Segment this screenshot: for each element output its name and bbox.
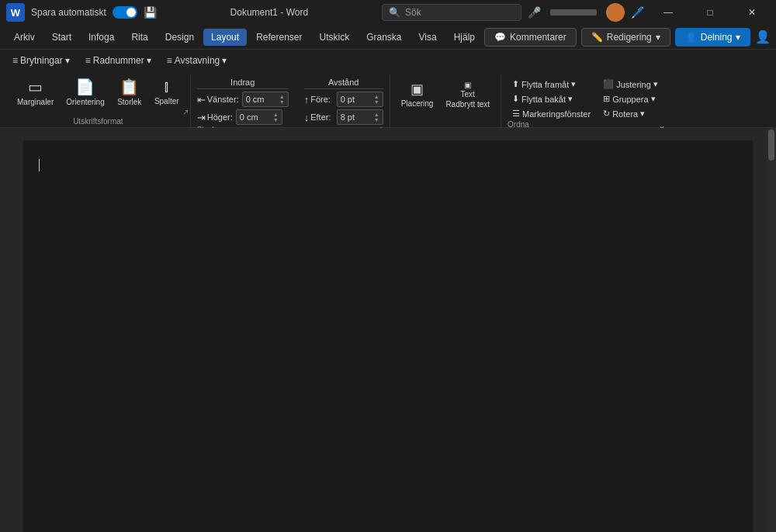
menu-rita[interactable]: Rita bbox=[123, 29, 155, 46]
fore-input[interactable]: 0 pt ▲ ▼ bbox=[337, 92, 383, 107]
document-page[interactable] bbox=[23, 140, 753, 532]
menu-utskick[interactable]: Utskick bbox=[312, 29, 358, 46]
save-icon[interactable]: 💾 bbox=[144, 6, 157, 19]
hoger-arrows[interactable]: ▲ ▼ bbox=[273, 112, 279, 123]
redigering-button[interactable]: ✏️ Redigering ▾ bbox=[581, 28, 670, 47]
avstavning-icon: ≡ bbox=[167, 55, 172, 66]
justering-button[interactable]: ⬛ Justering ▾ bbox=[598, 78, 663, 91]
orientering-label: Orientering bbox=[66, 98, 104, 106]
vanster-input[interactable]: 0 cm ▲ ▼ bbox=[242, 92, 289, 107]
vanster-indent-icon: ⇤ bbox=[197, 94, 206, 105]
menu-visa[interactable]: Visa bbox=[411, 29, 445, 46]
text-cursor bbox=[39, 159, 40, 171]
utskriftsformat-content: ▭ Marginaler 📄 Orientering 📋 Storlek ⫿ S… bbox=[12, 74, 184, 117]
efter-label-row: ↓ Efter: bbox=[304, 112, 334, 123]
pen-icon[interactable]: 🖊️ bbox=[631, 6, 644, 19]
radbrytt-label: Radbrytt text bbox=[445, 100, 490, 109]
rotera-button[interactable]: ↻ Rotera ▾ bbox=[598, 107, 663, 120]
orientering-button[interactable]: 📄 Orientering bbox=[61, 74, 109, 109]
rotera-chevron: ▾ bbox=[640, 109, 645, 119]
place-content: ▣ Placering ▣ Text Radbrytt text bbox=[397, 74, 494, 126]
menu-referenser[interactable]: Referenser bbox=[248, 29, 310, 46]
marginaler-button[interactable]: ▭ Marginaler bbox=[12, 74, 58, 109]
maximize-button[interactable]: □ bbox=[692, 0, 728, 25]
radbrytt-button[interactable]: ▣ Text Radbrytt text bbox=[441, 78, 494, 112]
vertical-scrollbar-thumb[interactable] bbox=[768, 130, 774, 161]
menu-layout[interactable]: Layout bbox=[203, 29, 247, 46]
brytningar-button[interactable]: ≡ Brytningar ▾ bbox=[6, 53, 76, 68]
spalter-button[interactable]: ⫿ Spalter bbox=[150, 74, 184, 109]
pen-redigering-icon: ✏️ bbox=[591, 32, 603, 43]
mic-icon[interactable]: 🎤 bbox=[528, 6, 541, 19]
close-button[interactable]: ✕ bbox=[734, 0, 770, 25]
flytta-bakat-button[interactable]: ⬇ Flytta bakåt ▾ bbox=[508, 92, 595, 105]
fore-down-arrow[interactable]: ▼ bbox=[374, 99, 379, 105]
word-icon: W bbox=[6, 3, 25, 22]
hoger-row: ⇥ Höger: 0 cm ▲ ▼ bbox=[197, 109, 289, 125]
avatar[interactable] bbox=[606, 3, 625, 22]
fore-label: Före: bbox=[310, 95, 331, 104]
menu-right-actions: 💬 Kommentarer ✏️ Redigering ▾ 👤 Delning … bbox=[484, 28, 771, 47]
efter-input[interactable]: 8 pt ▲ ▼ bbox=[337, 109, 383, 125]
ordna-col2: ⬛ Justering ▾ ⊞ Gruppera ▾ ↻ Rotera ▾ bbox=[598, 78, 663, 120]
auto-save-toggle[interactable] bbox=[113, 6, 137, 19]
flytta-bakat-chevron: ▾ bbox=[568, 94, 573, 104]
menu-hjalp[interactable]: Hjälp bbox=[446, 29, 483, 46]
hoger-down-arrow[interactable]: ▼ bbox=[273, 117, 279, 123]
gruppera-button[interactable]: ⊞ Gruppera ▾ bbox=[598, 92, 663, 105]
storlek-icon: 📋 bbox=[120, 78, 139, 96]
vertical-scrollbar[interactable] bbox=[767, 128, 776, 532]
placering-button[interactable]: ▣ Placering bbox=[397, 78, 438, 111]
minimize-button[interactable]: — bbox=[650, 0, 686, 25]
search-box[interactable]: 🔍 Sök bbox=[382, 4, 521, 21]
avstavning-label: Avstavning bbox=[175, 55, 220, 66]
gruppera-label: Gruppera bbox=[612, 95, 648, 104]
orientering-icon: 📄 bbox=[75, 78, 95, 96]
fore-up-arrow[interactable]: ▲ bbox=[374, 94, 379, 99]
hoger-up-arrow[interactable]: ▲ bbox=[273, 112, 279, 117]
fore-arrows[interactable]: ▲ ▼ bbox=[374, 94, 379, 105]
efter-row: ↓ Efter: 8 pt ▲ ▼ bbox=[304, 109, 383, 125]
radnummer-icon: ≡ bbox=[85, 55, 91, 66]
efter-spacing-icon: ↓ bbox=[304, 112, 310, 123]
ribbon-row2: ▭ Marginaler 📄 Orientering 📋 Storlek ⫿ S… bbox=[0, 71, 776, 127]
flytta-framat-button[interactable]: ⬆ Flytta framåt ▾ bbox=[508, 78, 595, 91]
avstavning-chevron: ▾ bbox=[222, 55, 227, 66]
menu-infoga[interactable]: Infoga bbox=[81, 29, 122, 46]
rotera-label: Rotera bbox=[612, 109, 638, 119]
menu-arkiv[interactable]: Arkiv bbox=[6, 29, 43, 46]
vanster-down-arrow[interactable]: ▼ bbox=[279, 99, 285, 105]
menu-start[interactable]: Start bbox=[44, 29, 79, 46]
hoger-input[interactable]: 0 cm ▲ ▼ bbox=[236, 109, 282, 125]
menu-design[interactable]: Design bbox=[158, 29, 202, 46]
storlek-button[interactable]: 📋 Storlek bbox=[113, 74, 147, 109]
avstand-label: Avstånd bbox=[304, 78, 383, 89]
delning-label: Delning bbox=[701, 32, 733, 43]
menu-granska[interactable]: Granska bbox=[359, 29, 409, 46]
justering-chevron: ▾ bbox=[653, 79, 658, 89]
utskriftsformat-corner-icon[interactable]: ↗ bbox=[182, 108, 189, 116]
markeringsfönster-button[interactable]: ☰ Markeringsfönster bbox=[508, 107, 595, 120]
efter-up-arrow[interactable]: ▲ bbox=[374, 112, 379, 117]
hoger-value: 0 cm bbox=[240, 112, 258, 122]
placering-icon: ▣ bbox=[411, 81, 424, 98]
ribbon: ≡ Brytningar ▾ ≡ Radnummer ▾ ≡ Avstavnin… bbox=[0, 50, 776, 128]
radbrytt-icon: ▣ Text bbox=[461, 81, 475, 98]
flytta-framat-label: Flytta framåt bbox=[521, 80, 569, 89]
avstavning-button[interactable]: ≡ Avstavning ▾ bbox=[161, 53, 234, 68]
delning-button[interactable]: 👤 Delning ▾ bbox=[675, 28, 751, 47]
hoger-label: Höger: bbox=[207, 112, 233, 122]
search-placeholder: Sök bbox=[405, 7, 421, 18]
vanster-arrows[interactable]: ▲ ▼ bbox=[279, 94, 285, 105]
vanster-up-arrow[interactable]: ▲ bbox=[279, 94, 285, 99]
radnummer-button[interactable]: ≡ Radnummer ▾ bbox=[79, 53, 158, 68]
radnummer-chevron: ▾ bbox=[147, 55, 151, 66]
efter-arrows[interactable]: ▲ ▼ bbox=[374, 112, 379, 123]
fore-row: ↑ Före: 0 pt ▲ ▼ bbox=[304, 92, 383, 107]
kommentarer-button[interactable]: 💬 Kommentarer bbox=[484, 28, 577, 47]
place-spacer bbox=[397, 126, 494, 127]
vanster-label: Vänster: bbox=[207, 95, 239, 104]
efter-down-arrow[interactable]: ▼ bbox=[374, 117, 379, 123]
document-area[interactable] bbox=[0, 128, 776, 532]
flytta-bakat-label: Flytta bakåt bbox=[521, 95, 566, 104]
